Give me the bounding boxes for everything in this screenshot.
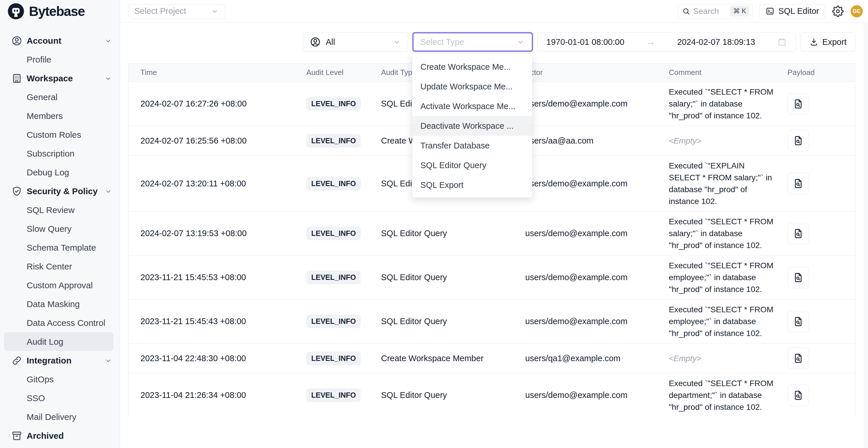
level-badge: LEVEL_INFO	[306, 97, 361, 110]
table-row: 2023-11-04 21:26:34 +08:00LEVEL_INFOSQL …	[129, 373, 855, 417]
archive-icon	[11, 430, 23, 442]
sidebar-item-custom-approval[interactable]: Custom Approval	[0, 276, 120, 295]
scrollbar-track[interactable]	[864, 23, 868, 448]
sidebar-item-label: Audit Log	[27, 337, 63, 347]
arrow-right-icon: →	[646, 37, 655, 47]
terminal-icon	[766, 7, 774, 15]
payload-view-button[interactable]	[787, 130, 809, 151]
actor-filter-value: All	[326, 37, 335, 47]
chevron-down-icon	[104, 74, 112, 83]
chevron-down-icon	[104, 37, 112, 45]
date-to-value[interactable]: 2024-02-07 18:09:13	[677, 37, 755, 47]
dropdown-item-update-workspace-me[interactable]: Update Workspace Me...	[412, 77, 532, 96]
payload-view-button[interactable]	[787, 348, 809, 369]
sidebar-item-general[interactable]: General	[0, 88, 120, 106]
cell-audit-level: LEVEL_INFO	[306, 352, 381, 365]
sidebar-section-archived[interactable]: Archived	[0, 426, 120, 445]
dropdown-item-sql-export[interactable]: SQL Export	[412, 175, 532, 195]
settings-gear-icon[interactable]	[832, 5, 844, 17]
type-filter-select[interactable]: Select Type	[412, 32, 533, 52]
cell-actor: users/demo@example.com	[525, 273, 669, 282]
dropdown-item-activate-workspace-me[interactable]: Activate Workspace Me...	[412, 96, 532, 116]
payload-view-button[interactable]	[787, 385, 809, 406]
actor-filter-select[interactable]: All	[303, 32, 408, 52]
date-range-picker[interactable]: 1970-01-01 08:00:00 → 2024-02-07 18:09:1…	[537, 32, 796, 52]
level-badge: LEVEL_INFO	[306, 227, 361, 240]
dropdown-item-create-workspace-me[interactable]: Create Workspace Me...	[412, 57, 532, 77]
bytebase-logo-icon	[7, 2, 25, 20]
level-badge: LEVEL_INFO	[306, 134, 361, 148]
filter-bar: All Select Type 1970-01-01 08:00:00 → 20…	[303, 32, 856, 52]
cell-time: 2024-02-07 16:25:56 +08:00	[141, 136, 306, 146]
payload-view-button[interactable]	[787, 173, 809, 194]
chevron-down-icon	[104, 187, 112, 195]
sidebar-section-account[interactable]: Account	[0, 31, 120, 50]
sidebar-section-label: Archived	[27, 431, 64, 441]
sql-editor-button[interactable]: SQL Editor	[760, 4, 825, 19]
cell-time: 2024-02-07 13:20:11 +08:00	[141, 179, 306, 188]
project-select[interactable]: Select Project	[128, 4, 225, 19]
dropdown-item-transfer-database[interactable]: Transfer Database	[412, 136, 532, 155]
calendar-icon	[777, 37, 787, 47]
payload-view-button[interactable]	[787, 267, 809, 288]
sidebar-section-security-policy[interactable]: Security & Policy	[0, 182, 120, 200]
dropdown-item-sql-editor-query[interactable]: SQL Editor Query	[412, 155, 532, 175]
sidebar-section-workspace[interactable]: Workspace	[0, 69, 120, 88]
table-row: 2023-11-21 15:45:53 +08:00LEVEL_INFOSQL …	[129, 255, 855, 299]
payload-view-button[interactable]	[787, 223, 809, 244]
sidebar-item-custom-roles[interactable]: Custom Roles	[0, 125, 120, 144]
cell-actor: users/aa@aa.com	[525, 136, 669, 146]
brand-logo[interactable]: Bytebase	[0, 0, 120, 23]
payload-view-button[interactable]	[787, 311, 809, 332]
sidebar-item-audit-log[interactable]: Audit Log	[4, 332, 114, 351]
export-label: Export	[822, 37, 846, 47]
search-placeholder: Search	[693, 7, 719, 16]
sidebar-item-data-masking[interactable]: Data Masking	[0, 295, 120, 313]
sidebar-item-label: Mail Delivery	[27, 412, 76, 422]
sidebar: Bytebase AccountProfileWorkspaceGeneralM…	[0, 0, 120, 448]
cell-payload	[787, 385, 856, 406]
table-row: 2023-11-04 22:48:30 +08:00LEVEL_INFOCrea…	[129, 343, 855, 373]
sidebar-item-label: Risk Center	[27, 262, 72, 271]
sidebar-item-gitops[interactable]: GitOps	[0, 370, 120, 389]
sidebar-item-slow-query[interactable]: Slow Query	[0, 219, 120, 238]
sidebar-item-subscription[interactable]: Subscription	[0, 144, 120, 163]
chevron-down-icon	[516, 38, 525, 46]
sidebar-section-label: Account	[27, 36, 61, 46]
sidebar-item-data-access-control[interactable]: Data Access Control	[0, 313, 120, 332]
date-from-value[interactable]: 1970-01-01 08:00:00	[546, 37, 624, 47]
sidebar-item-schema-template[interactable]: Schema Template	[0, 238, 120, 257]
sidebar-item-sso[interactable]: SSO	[0, 389, 120, 408]
avatar[interactable]: DE	[850, 5, 863, 18]
level-badge: LEVEL_INFO	[306, 177, 361, 190]
cell-comment: <Empty>	[669, 352, 787, 364]
file-search-icon	[793, 228, 804, 239]
sidebar-item-sql-review[interactable]: SQL Review	[0, 200, 120, 219]
shield-check-icon	[11, 186, 23, 197]
column-header-payload: Payload	[787, 68, 856, 77]
sidebar-item-label: SSO	[27, 393, 45, 403]
cell-payload	[787, 223, 856, 244]
payload-view-button[interactable]	[787, 93, 809, 115]
project-select-placeholder: Select Project	[134, 6, 186, 16]
search-input[interactable]: Search ⌘ K	[678, 4, 752, 19]
export-button[interactable]: Export	[801, 32, 856, 52]
sidebar-section-integration[interactable]: Integration	[0, 351, 120, 370]
dropdown-item-deactivate-workspace[interactable]: Deactivate Workspace ...	[412, 116, 532, 136]
cell-time: 2023-11-21 15:45:43 +08:00	[141, 317, 306, 326]
sidebar-item-members[interactable]: Members	[0, 106, 120, 125]
cell-time: 2023-11-04 22:48:30 +08:00	[141, 354, 306, 363]
file-search-icon	[793, 353, 804, 364]
search-shortcut-badge: ⌘ K	[730, 6, 749, 17]
file-search-icon	[793, 316, 804, 327]
cell-audit-level: LEVEL_INFO	[306, 388, 381, 402]
cell-actor: users/qa1@example.com	[525, 354, 669, 363]
sidebar-item-risk-center[interactable]: Risk Center	[0, 257, 120, 276]
sidebar-item-label: Data Access Control	[27, 318, 105, 328]
cell-payload	[787, 267, 856, 288]
sidebar-item-debug-log[interactable]: Debug Log	[0, 163, 120, 182]
cell-payload	[787, 348, 856, 369]
sidebar-item-mail-delivery[interactable]: Mail Delivery	[0, 408, 120, 426]
cell-payload	[787, 93, 856, 115]
sidebar-item-profile[interactable]: Profile	[0, 50, 120, 69]
